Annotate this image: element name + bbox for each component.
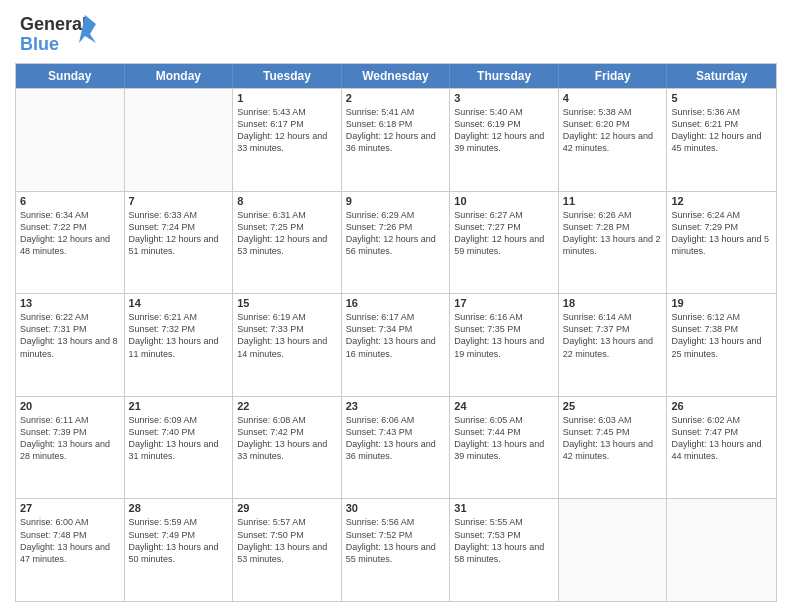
day-info: Sunrise: 5:38 AMSunset: 6:20 PMDaylight:… — [563, 106, 663, 155]
day-cell-5: 5Sunrise: 5:36 AMSunset: 6:21 PMDaylight… — [667, 89, 776, 191]
day-number: 13 — [20, 297, 120, 309]
day-info: Sunrise: 6:16 AMSunset: 7:35 PMDaylight:… — [454, 311, 554, 360]
day-info: Sunrise: 6:27 AMSunset: 7:27 PMDaylight:… — [454, 209, 554, 258]
svg-text:Blue: Blue — [20, 34, 59, 54]
day-number: 21 — [129, 400, 229, 412]
day-info: Sunrise: 6:06 AMSunset: 7:43 PMDaylight:… — [346, 414, 446, 463]
day-info: Sunrise: 6:08 AMSunset: 7:42 PMDaylight:… — [237, 414, 337, 463]
day-info: Sunrise: 6:09 AMSunset: 7:40 PMDaylight:… — [129, 414, 229, 463]
day-cell-7: 7Sunrise: 6:33 AMSunset: 7:24 PMDaylight… — [125, 192, 234, 294]
day-cell-11: 11Sunrise: 6:26 AMSunset: 7:28 PMDayligh… — [559, 192, 668, 294]
header-day-sunday: Sunday — [16, 64, 125, 88]
calendar: SundayMondayTuesdayWednesdayThursdayFrid… — [15, 63, 777, 602]
day-number: 11 — [563, 195, 663, 207]
day-info: Sunrise: 6:11 AMSunset: 7:39 PMDaylight:… — [20, 414, 120, 463]
day-info: Sunrise: 6:12 AMSunset: 7:38 PMDaylight:… — [671, 311, 772, 360]
day-number: 25 — [563, 400, 663, 412]
day-cell-12: 12Sunrise: 6:24 AMSunset: 7:29 PMDayligh… — [667, 192, 776, 294]
day-info: Sunrise: 5:36 AMSunset: 6:21 PMDaylight:… — [671, 106, 772, 155]
day-cell-16: 16Sunrise: 6:17 AMSunset: 7:34 PMDayligh… — [342, 294, 451, 396]
day-cell-23: 23Sunrise: 6:06 AMSunset: 7:43 PMDayligh… — [342, 397, 451, 499]
header-day-tuesday: Tuesday — [233, 64, 342, 88]
day-cell-20: 20Sunrise: 6:11 AMSunset: 7:39 PMDayligh… — [16, 397, 125, 499]
day-info: Sunrise: 6:02 AMSunset: 7:47 PMDaylight:… — [671, 414, 772, 463]
day-cell-31: 31Sunrise: 5:55 AMSunset: 7:53 PMDayligh… — [450, 499, 559, 601]
day-info: Sunrise: 6:17 AMSunset: 7:34 PMDaylight:… — [346, 311, 446, 360]
day-cell-25: 25Sunrise: 6:03 AMSunset: 7:45 PMDayligh… — [559, 397, 668, 499]
day-info: Sunrise: 6:31 AMSunset: 7:25 PMDaylight:… — [237, 209, 337, 258]
day-cell-15: 15Sunrise: 6:19 AMSunset: 7:33 PMDayligh… — [233, 294, 342, 396]
calendar-body: 1Sunrise: 5:43 AMSunset: 6:17 PMDaylight… — [16, 88, 776, 601]
day-cell-17: 17Sunrise: 6:16 AMSunset: 7:35 PMDayligh… — [450, 294, 559, 396]
day-cell-10: 10Sunrise: 6:27 AMSunset: 7:27 PMDayligh… — [450, 192, 559, 294]
week-row-5: 27Sunrise: 6:00 AMSunset: 7:48 PMDayligh… — [16, 498, 776, 601]
day-number: 4 — [563, 92, 663, 104]
day-number: 10 — [454, 195, 554, 207]
week-row-4: 20Sunrise: 6:11 AMSunset: 7:39 PMDayligh… — [16, 396, 776, 499]
day-number: 30 — [346, 502, 446, 514]
day-number: 14 — [129, 297, 229, 309]
header: GeneralBlue — [15, 10, 777, 55]
header-day-wednesday: Wednesday — [342, 64, 451, 88]
day-number: 23 — [346, 400, 446, 412]
header-day-monday: Monday — [125, 64, 234, 88]
empty-cell — [559, 499, 668, 601]
calendar-header: SundayMondayTuesdayWednesdayThursdayFrid… — [16, 64, 776, 88]
day-cell-4: 4Sunrise: 5:38 AMSunset: 6:20 PMDaylight… — [559, 89, 668, 191]
logo-icon: GeneralBlue — [15, 10, 105, 55]
day-info: Sunrise: 5:43 AMSunset: 6:17 PMDaylight:… — [237, 106, 337, 155]
day-cell-1: 1Sunrise: 5:43 AMSunset: 6:17 PMDaylight… — [233, 89, 342, 191]
day-number: 17 — [454, 297, 554, 309]
day-number: 7 — [129, 195, 229, 207]
day-cell-27: 27Sunrise: 6:00 AMSunset: 7:48 PMDayligh… — [16, 499, 125, 601]
day-info: Sunrise: 5:55 AMSunset: 7:53 PMDaylight:… — [454, 516, 554, 565]
week-row-1: 1Sunrise: 5:43 AMSunset: 6:17 PMDaylight… — [16, 88, 776, 191]
week-row-3: 13Sunrise: 6:22 AMSunset: 7:31 PMDayligh… — [16, 293, 776, 396]
day-info: Sunrise: 6:24 AMSunset: 7:29 PMDaylight:… — [671, 209, 772, 258]
day-info: Sunrise: 6:22 AMSunset: 7:31 PMDaylight:… — [20, 311, 120, 360]
day-number: 1 — [237, 92, 337, 104]
day-cell-2: 2Sunrise: 5:41 AMSunset: 6:18 PMDaylight… — [342, 89, 451, 191]
day-cell-30: 30Sunrise: 5:56 AMSunset: 7:52 PMDayligh… — [342, 499, 451, 601]
day-cell-6: 6Sunrise: 6:34 AMSunset: 7:22 PMDaylight… — [16, 192, 125, 294]
day-info: Sunrise: 6:14 AMSunset: 7:37 PMDaylight:… — [563, 311, 663, 360]
day-number: 20 — [20, 400, 120, 412]
day-cell-8: 8Sunrise: 6:31 AMSunset: 7:25 PMDaylight… — [233, 192, 342, 294]
day-number: 16 — [346, 297, 446, 309]
day-cell-19: 19Sunrise: 6:12 AMSunset: 7:38 PMDayligh… — [667, 294, 776, 396]
day-number: 22 — [237, 400, 337, 412]
day-cell-3: 3Sunrise: 5:40 AMSunset: 6:19 PMDaylight… — [450, 89, 559, 191]
day-number: 27 — [20, 502, 120, 514]
day-info: Sunrise: 5:59 AMSunset: 7:49 PMDaylight:… — [129, 516, 229, 565]
day-info: Sunrise: 6:34 AMSunset: 7:22 PMDaylight:… — [20, 209, 120, 258]
day-cell-22: 22Sunrise: 6:08 AMSunset: 7:42 PMDayligh… — [233, 397, 342, 499]
day-cell-13: 13Sunrise: 6:22 AMSunset: 7:31 PMDayligh… — [16, 294, 125, 396]
logo: GeneralBlue — [15, 10, 105, 55]
day-number: 18 — [563, 297, 663, 309]
day-info: Sunrise: 6:21 AMSunset: 7:32 PMDaylight:… — [129, 311, 229, 360]
day-cell-21: 21Sunrise: 6:09 AMSunset: 7:40 PMDayligh… — [125, 397, 234, 499]
day-number: 12 — [671, 195, 772, 207]
day-info: Sunrise: 5:56 AMSunset: 7:52 PMDaylight:… — [346, 516, 446, 565]
day-number: 2 — [346, 92, 446, 104]
day-number: 24 — [454, 400, 554, 412]
day-info: Sunrise: 5:40 AMSunset: 6:19 PMDaylight:… — [454, 106, 554, 155]
week-row-2: 6Sunrise: 6:34 AMSunset: 7:22 PMDaylight… — [16, 191, 776, 294]
day-info: Sunrise: 6:33 AMSunset: 7:24 PMDaylight:… — [129, 209, 229, 258]
empty-cell — [16, 89, 125, 191]
day-number: 15 — [237, 297, 337, 309]
day-number: 28 — [129, 502, 229, 514]
day-cell-29: 29Sunrise: 5:57 AMSunset: 7:50 PMDayligh… — [233, 499, 342, 601]
day-number: 5 — [671, 92, 772, 104]
day-info: Sunrise: 6:26 AMSunset: 7:28 PMDaylight:… — [563, 209, 663, 258]
day-cell-9: 9Sunrise: 6:29 AMSunset: 7:26 PMDaylight… — [342, 192, 451, 294]
header-day-thursday: Thursday — [450, 64, 559, 88]
day-cell-28: 28Sunrise: 5:59 AMSunset: 7:49 PMDayligh… — [125, 499, 234, 601]
day-number: 19 — [671, 297, 772, 309]
day-number: 8 — [237, 195, 337, 207]
page: GeneralBlue SundayMondayTuesdayWednesday… — [0, 0, 792, 612]
day-number: 26 — [671, 400, 772, 412]
day-cell-18: 18Sunrise: 6:14 AMSunset: 7:37 PMDayligh… — [559, 294, 668, 396]
day-info: Sunrise: 5:41 AMSunset: 6:18 PMDaylight:… — [346, 106, 446, 155]
header-day-friday: Friday — [559, 64, 668, 88]
